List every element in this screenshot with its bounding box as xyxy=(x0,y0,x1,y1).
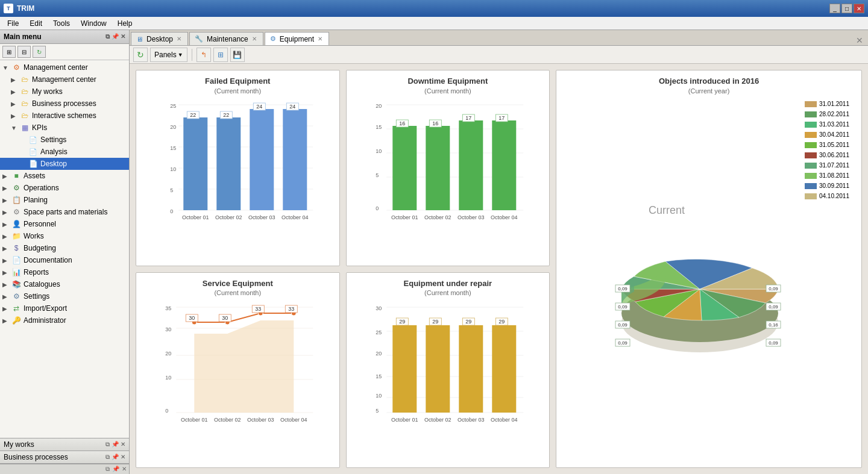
sidebar-refresh-btn[interactable]: ↻ xyxy=(33,46,46,58)
sidebar-item-documentation[interactable]: ▶ 📄 Documentation xyxy=(0,254,129,266)
svg-text:0: 0 xyxy=(165,408,168,414)
legend-label: 30.06.2011 xyxy=(819,150,849,160)
tab-desktop[interactable]: 🖥 Desktop ✕ xyxy=(131,32,188,45)
svg-text:October 04: October 04 xyxy=(281,214,309,220)
chart-objects-introduced: Objects introduced in 2016 (Current year… xyxy=(556,70,862,468)
planing-icon: 📋 xyxy=(11,195,22,205)
sidebar-item-settings[interactable]: ▶ 📄 Settings xyxy=(0,134,129,146)
legend-item-7: 31.07.2011 xyxy=(805,160,849,170)
sidebar-item-my-works[interactable]: ▶ 🗁 My works xyxy=(0,86,129,98)
toolbar-save-btn[interactable]: 💾 xyxy=(230,48,245,62)
bar-2 xyxy=(216,117,241,210)
tab-equipment-close[interactable]: ✕ xyxy=(318,36,322,42)
sidebar-close-btn[interactable]: ✕ xyxy=(121,33,125,40)
legend-item-6: 30.06.2011 xyxy=(805,150,849,160)
menu-file[interactable]: File xyxy=(2,18,24,29)
doc2-icon: 📄 xyxy=(11,255,22,265)
sidebar-expand-btn[interactable]: ⊞ xyxy=(2,46,16,58)
bottom-pin-btn[interactable]: 📌 xyxy=(112,466,119,473)
menu-help[interactable]: Help xyxy=(113,18,137,29)
maximize-button[interactable]: □ xyxy=(841,4,852,13)
arrow-icon: ▶ xyxy=(2,269,11,276)
sidebar-item-operations[interactable]: ▶ ⚙ Operations xyxy=(0,182,129,194)
sidebar-item-budgeting[interactable]: ▶ $ Budgeting xyxy=(0,242,129,254)
sidebar-item-label: Planing xyxy=(24,196,48,204)
bar-3 xyxy=(459,120,483,210)
sidebar-collapse-btn[interactable]: ⊟ xyxy=(17,46,31,58)
sidebar-item-space-parts[interactable]: ▶ ⚙ Space parts and materials xyxy=(0,206,129,218)
toolbar-forward-btn[interactable]: ⊞ xyxy=(213,48,228,62)
tab-desktop-close[interactable]: ✕ xyxy=(177,36,181,42)
folder-icon: 🗁 xyxy=(19,111,30,120)
sidebar-item-assets[interactable]: ▶ ■ Assets xyxy=(0,170,129,182)
panel-close-btn[interactable]: ✕ xyxy=(121,454,125,461)
arrow-icon: ▶ xyxy=(2,245,11,252)
main-layout: Main menu ⧉ 📌 ✕ ⊞ ⊟ ↻ ▼ ⚙ Management cen… xyxy=(0,30,868,474)
toolbar-back-btn[interactable]: ↰ xyxy=(197,48,211,62)
sidebar-item-mgmt-center-child[interactable]: ▶ 🗁 Management center xyxy=(0,73,129,86)
arrow-icon: ▶ xyxy=(2,281,11,288)
close-button[interactable]: ✕ xyxy=(854,4,864,13)
sidebar-panel-business-processes[interactable]: Business processes ⧉ 📌 ✕ xyxy=(0,451,129,464)
sidebar-item-catalogues[interactable]: ▶ 📚 Catalogues xyxy=(0,278,129,290)
arrow-spacer: ▶ xyxy=(19,137,28,143)
content-area: 🖥 Desktop ✕ 🔧 Maintenance ✕ ⚙ Equipment … xyxy=(130,30,868,474)
sidebar-panel-my-works[interactable]: My works ⧉ 📌 ✕ xyxy=(0,438,129,451)
legend-item-5: 31.05.2011 xyxy=(805,140,849,150)
svg-text:30: 30 xyxy=(189,315,195,321)
svg-text:0: 0 xyxy=(376,205,379,211)
panel-pin-btn[interactable]: 📌 xyxy=(112,454,119,461)
sidebar-item-reports[interactable]: ▶ 📊 Reports xyxy=(0,266,129,278)
legend-item-2: 28.02.2011 xyxy=(805,109,849,119)
svg-text:17: 17 xyxy=(465,115,471,121)
sidebar-item-interactive-schemes[interactable]: ▶ 🗁 Interactive schemes xyxy=(0,110,129,122)
menu-tools[interactable]: Tools xyxy=(48,18,75,29)
panel-pin-btn[interactable]: 📌 xyxy=(112,441,119,448)
toolbar-panels-dropdown[interactable]: Panels ▼ xyxy=(150,48,187,62)
arrow-icon: ▶ xyxy=(2,197,11,204)
svg-text:5: 5 xyxy=(170,187,173,193)
menu-window[interactable]: Window xyxy=(76,18,112,29)
panel-float-btn[interactable]: ⧉ xyxy=(105,454,110,461)
toolbar-refresh-btn[interactable]: ↻ xyxy=(133,48,148,62)
arrow-icon: ▶ xyxy=(11,101,19,107)
panel-float-btn[interactable]: ⧉ xyxy=(105,441,110,448)
chart-area: 30 25 20 15 10 5 xyxy=(353,301,544,461)
sidebar-item-settings2[interactable]: ▶ ⚙ Settings xyxy=(0,290,129,302)
sidebar-item-label: Settings xyxy=(40,136,66,144)
svg-text:5: 5 xyxy=(376,172,379,178)
sidebar-item-label: Settings xyxy=(24,292,49,301)
sidebar-pin-btn[interactable]: 📌 xyxy=(112,33,119,40)
bottom-close-btn[interactable]: ✕ xyxy=(122,466,127,473)
panel-controls: ⧉ 📌 ✕ xyxy=(105,454,125,461)
svg-text:October 01: October 01 xyxy=(182,214,209,220)
svg-text:0,09: 0,09 xyxy=(618,322,627,328)
menu-edit[interactable]: Edit xyxy=(25,18,47,29)
menu-bar: File Edit Tools Window Help xyxy=(0,17,868,30)
sidebar-item-desktop[interactable]: ▶ 📄 Desktop xyxy=(0,158,129,170)
sidebar-item-import-export[interactable]: ▶ ⇄ Import/Export xyxy=(0,302,129,314)
toolbar-separator xyxy=(192,49,192,61)
sidebar-item-business-processes[interactable]: ▶ 🗁 Business processes xyxy=(0,98,129,110)
sidebar-item-personnel[interactable]: ▶ 👤 Personnel xyxy=(0,218,129,230)
sidebar-item-kpis[interactable]: ▼ ▦ KPIs xyxy=(0,122,129,134)
sidebar-item-works[interactable]: ▶ 📁 Works xyxy=(0,230,129,242)
panel-close-btn[interactable]: ✕ xyxy=(121,441,125,448)
sidebar-float-btn[interactable]: ⧉ xyxy=(105,33,110,40)
bottom-float-btn[interactable]: ⧉ xyxy=(105,466,110,473)
panel-label: Business processes xyxy=(4,453,68,461)
tab-maintenance-close[interactable]: ✕ xyxy=(252,36,257,42)
chart-area: 25 20 15 10 5 0 xyxy=(142,99,333,259)
sidebar-item-management-center[interactable]: ▼ ⚙ Management center xyxy=(0,61,129,73)
sidebar-item-planing[interactable]: ▶ 📋 Planing xyxy=(0,194,129,206)
minimize-button[interactable]: _ xyxy=(829,4,840,13)
svg-text:29: 29 xyxy=(465,319,471,325)
tab-equipment[interactable]: ⚙ Equipment ✕ xyxy=(265,32,329,45)
sidebar-item-analysis[interactable]: ▶ 📄 Analysis xyxy=(0,146,129,158)
sidebar-item-label: Personnel xyxy=(24,220,56,228)
sidebar-item-label: Reports xyxy=(24,268,49,276)
tab-maintenance[interactable]: 🔧 Maintenance ✕ xyxy=(189,32,263,45)
tab-add-button[interactable]: ✕ xyxy=(852,36,867,45)
sidebar-item-administrator[interactable]: ▶ 🔑 Administrator xyxy=(0,314,129,326)
tab-equipment-icon: ⚙ xyxy=(270,35,276,43)
